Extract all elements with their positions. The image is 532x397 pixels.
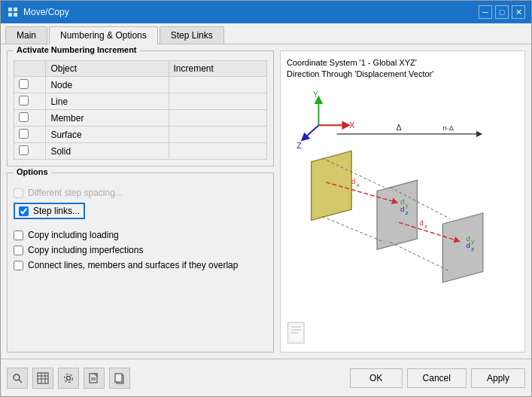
- content-area: Activate Numbering Increment Object Incr…: [1, 44, 531, 359]
- table-row: Surface: [14, 127, 267, 143]
- title-bar: Move/Copy ─ □ ✕: [1, 1, 531, 23]
- bottom-bar: OK Cancel Apply: [1, 359, 531, 396]
- svg-text:Z: Z: [296, 141, 302, 150]
- node-checkbox[interactable]: [19, 79, 29, 89]
- solid-increment: [169, 143, 267, 160]
- node-label: Node: [46, 77, 169, 93]
- svg-text:y: y: [471, 238, 474, 245]
- table-row: Node: [14, 77, 267, 93]
- window-icon: [7, 6, 19, 18]
- svg-text:z: z: [406, 209, 409, 216]
- col-checkbox: [14, 61, 46, 77]
- step-links-checkbox[interactable]: [19, 206, 29, 216]
- copy-loading-row: Copy including loading: [14, 228, 267, 243]
- svg-text:x: x: [357, 182, 360, 188]
- svg-text:d: d: [419, 218, 423, 227]
- surface-label: Surface: [46, 127, 169, 143]
- svg-text:X: X: [349, 121, 354, 130]
- numbering-table: Object Increment Node Line: [14, 60, 267, 160]
- minimize-button[interactable]: ─: [479, 5, 492, 19]
- solid-label: Solid: [46, 143, 169, 160]
- svg-text:n·Δ: n·Δ: [442, 124, 454, 132]
- table-row: Member: [14, 110, 267, 127]
- col-object: Object: [46, 61, 169, 77]
- table-row: Line: [14, 93, 267, 110]
- main-window: Move/Copy ─ □ ✕ Main Numbering & Options…: [0, 0, 532, 397]
- step-links-label: Step links...: [33, 206, 80, 216]
- svg-line-42: [19, 380, 22, 383]
- svg-text:d: d: [466, 241, 470, 249]
- copy-loading-label: Copy including loading: [28, 230, 119, 240]
- member-increment: [169, 110, 267, 127]
- svg-line-8: [304, 125, 318, 138]
- export-icon[interactable]: [84, 368, 105, 389]
- svg-text:Y: Y: [313, 90, 318, 99]
- tabs-row: Main Numbering & Options Step Links: [1, 23, 531, 44]
- connect-lines-row: Connect lines, members and surfaces if t…: [14, 258, 267, 273]
- col-increment: Increment: [169, 61, 267, 77]
- table-row: Solid: [14, 143, 267, 160]
- different-step-checkbox[interactable]: [14, 188, 23, 198]
- close-button[interactable]: ✕: [512, 5, 525, 19]
- solid-checkbox[interactable]: [19, 145, 29, 155]
- svg-text:x: x: [424, 223, 427, 230]
- connect-lines-checkbox[interactable]: [14, 261, 23, 270]
- table-icon[interactable]: [32, 368, 53, 389]
- member-label: Member: [46, 110, 169, 127]
- copy-imperfections-label: Copy including imperfections: [28, 245, 143, 255]
- left-panel: Activate Numbering Increment Object Incr…: [7, 50, 274, 353]
- svg-point-41: [14, 374, 20, 380]
- settings-icon[interactable]: [58, 368, 79, 389]
- different-step-label: Different step spacing...: [28, 188, 123, 198]
- apply-button[interactable]: Apply: [471, 368, 525, 388]
- member-checkbox[interactable]: [19, 112, 29, 122]
- svg-rect-0: [8, 8, 12, 11]
- window-title: Move/Copy: [23, 7, 69, 17]
- line-increment: [169, 93, 267, 110]
- different-step-row: Different step spacing...: [14, 185, 267, 200]
- line-label: Line: [46, 93, 169, 110]
- svg-marker-12: [442, 213, 482, 282]
- coord-title-line2: Direction Through 'Displacement Vector': [287, 69, 433, 78]
- svg-text:y: y: [406, 202, 409, 209]
- tab-step-links[interactable]: Step Links: [160, 26, 224, 44]
- bottom-buttons: OK Cancel Apply: [350, 368, 525, 388]
- copy-imperfections-row: Copy including imperfections: [14, 243, 267, 258]
- maximize-button[interactable]: □: [495, 5, 509, 19]
- svg-rect-43: [38, 373, 48, 383]
- tab-numbering-options[interactable]: Numbering & Options: [49, 26, 158, 44]
- svg-rect-2: [8, 13, 12, 17]
- numbering-group-label: Activate Numbering Increment: [14, 45, 140, 54]
- svg-point-49: [65, 374, 73, 382]
- svg-rect-55: [115, 374, 122, 382]
- coord-title: Coordinate System '1 - Global XYZ' Direc…: [287, 57, 433, 81]
- svg-marker-10: [312, 151, 351, 220]
- svg-line-16: [391, 242, 451, 271]
- svg-line-14: [322, 217, 384, 243]
- options-group: Options Different step spacing... Step l…: [7, 173, 274, 353]
- coord-diagram: Coordinate System '1 - Global XYZ' Direc…: [281, 51, 524, 352]
- svg-text:z: z: [471, 246, 474, 252]
- connect-lines-label: Connect lines, members and surfaces if t…: [28, 260, 238, 270]
- svg-rect-3: [14, 13, 17, 17]
- search-icon[interactable]: [7, 368, 28, 389]
- bottom-icons: [7, 368, 130, 389]
- surface-checkbox[interactable]: [19, 129, 29, 139]
- svg-text:d: d: [400, 205, 404, 213]
- surface-increment: [169, 127, 267, 143]
- svg-line-51: [94, 374, 97, 377]
- options-group-label: Options: [14, 167, 51, 176]
- line-checkbox[interactable]: [19, 96, 29, 105]
- ok-button[interactable]: OK: [350, 368, 403, 388]
- copy-loading-checkbox[interactable]: [14, 231, 23, 240]
- coord-svg: Y X Z: [281, 81, 524, 352]
- right-panel: Coordinate System '1 - Global XYZ' Direc…: [280, 50, 525, 353]
- svg-rect-1: [14, 8, 17, 11]
- tab-main[interactable]: Main: [5, 26, 47, 44]
- step-links-highlighted-row: Step links...: [14, 203, 85, 219]
- copy-imperfections-checkbox[interactable]: [14, 246, 23, 255]
- node-increment: [169, 77, 267, 93]
- numbering-group: Activate Numbering Increment Object Incr…: [7, 50, 274, 166]
- copy-icon[interactable]: [109, 368, 130, 389]
- cancel-button[interactable]: Cancel: [407, 368, 467, 388]
